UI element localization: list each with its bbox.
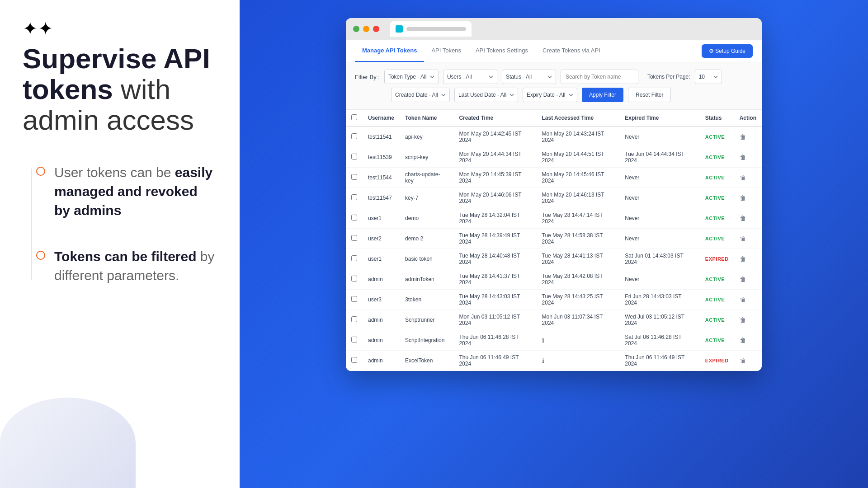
feature-text-1: User tokens can be easily managed and re… <box>54 163 217 220</box>
row-checkbox-8[interactable] <box>351 296 357 302</box>
row-token-name: ScriptIntegration <box>400 330 453 351</box>
users-filter[interactable]: Users - All <box>443 70 497 84</box>
row-action: 🗑 <box>734 168 762 188</box>
apply-filter-button[interactable]: Apply Filter <box>582 88 623 102</box>
row-status: ACTIVE <box>700 188 734 208</box>
row-checkbox-6[interactable] <box>351 255 357 261</box>
status-badge: ACTIVE <box>705 277 725 282</box>
row-checkbox-cell <box>346 310 363 330</box>
tab-api-tokens-settings[interactable]: API Tokens Settings <box>468 40 535 62</box>
token-type-filter[interactable]: Token Type - All <box>384 70 439 84</box>
row-checkbox-1[interactable] <box>351 154 357 160</box>
feature-item-2: Tokens can be filtered by different para… <box>36 247 217 285</box>
row-action: 🗑 <box>734 290 762 310</box>
row-last-accessed: Mon Jun 03 11:07:34 IST 2024 <box>537 310 620 330</box>
created-date-filter[interactable]: Created Date - All <box>391 88 450 102</box>
row-checkbox-9[interactable] <box>351 316 357 322</box>
table-row: user2 demo 2 Tue May 28 14:39:49 IST 202… <box>346 229 762 249</box>
row-last-accessed: Mon May 20 14:43:24 IST 2024 <box>537 127 620 147</box>
row-checkbox-11[interactable] <box>351 357 357 363</box>
delete-icon[interactable]: 🗑 <box>740 337 746 344</box>
row-checkbox-3[interactable] <box>351 194 357 200</box>
row-expired-time: Sat Jun 01 14:43:03 IST 2024 <box>619 249 700 269</box>
browser-dot-yellow <box>363 26 369 32</box>
delete-icon[interactable]: 🗑 <box>740 316 746 324</box>
tokens-per-page-label: Tokens Per Page: <box>647 74 690 80</box>
row-expired-time: Never <box>619 269 700 290</box>
row-action: 🗑 <box>734 147 762 168</box>
setup-guide-button[interactable]: ⚙ Setup Guide <box>702 44 753 58</box>
row-expired-time: Fri Jun 28 14:43:03 IST 2024 <box>619 290 700 310</box>
reset-filter-button[interactable]: Reset Filter <box>628 88 671 102</box>
delete-icon[interactable]: 🗑 <box>740 357 746 364</box>
delete-icon[interactable]: 🗑 <box>740 255 746 263</box>
row-checkbox-7[interactable] <box>351 276 357 282</box>
table-row: admin ExcelToken Thu Jun 06 11:46:49 IST… <box>346 351 762 371</box>
tab-api-tokens[interactable]: API Tokens <box>424 40 468 62</box>
row-checkbox-cell <box>346 249 363 269</box>
status-badge: ACTIVE <box>705 338 725 343</box>
expiry-date-filter[interactable]: Expiry Date - All <box>523 88 577 102</box>
row-checkbox-cell <box>346 269 363 290</box>
delete-icon[interactable]: 🗑 <box>740 154 746 161</box>
filter-row-1: Filter By : Token Type - All Users - All… <box>355 70 753 84</box>
table-row: admin Scriptrunner Mon Jun 03 11:05:12 I… <box>346 310 762 330</box>
table-header-row: Username Token Name Created Time Last Ac… <box>346 110 762 127</box>
row-created-time: Mon May 20 14:42:45 IST 2024 <box>453 127 536 147</box>
tab-create-tokens-via-api[interactable]: Create Tokens via API <box>535 40 608 62</box>
delete-icon[interactable]: 🗑 <box>740 235 746 242</box>
table-row: test11539 script-key Mon May 20 14:44:34… <box>346 147 762 168</box>
browser-bar <box>346 18 762 40</box>
header-username: Username <box>363 110 400 127</box>
status-filter[interactable]: Status - All <box>502 70 556 84</box>
main-panel: Manage API Tokens API Tokens API Tokens … <box>240 0 868 488</box>
row-username: user1 <box>363 249 400 269</box>
row-token-name: charts-update-key <box>400 168 453 188</box>
status-badge: ACTIVE <box>705 195 725 201</box>
tokens-per-page-select[interactable]: 10 <box>695 70 722 84</box>
last-used-date-filter[interactable]: Last Used Date - All <box>454 88 518 102</box>
info-icon: ℹ <box>542 357 544 364</box>
table-row: test11541 api-key Mon May 20 14:42:45 IS… <box>346 127 762 147</box>
delete-icon[interactable]: 🗑 <box>740 276 746 283</box>
header-expired-time: Expired Time <box>619 110 700 127</box>
row-status: ACTIVE <box>700 229 734 249</box>
row-status: ACTIVE <box>700 310 734 330</box>
delete-icon[interactable]: 🗑 <box>740 215 746 222</box>
row-checkbox-cell <box>346 188 363 208</box>
row-token-name: adminToken <box>400 269 453 290</box>
row-created-time: Mon May 20 14:46:06 IST 2024 <box>453 188 536 208</box>
row-last-accessed: Tue May 28 14:47:14 IST 2024 <box>537 208 620 229</box>
row-action: 🗑 <box>734 127 762 147</box>
row-username: test11541 <box>363 127 400 147</box>
row-checkbox-cell <box>346 229 363 249</box>
delete-icon[interactable]: 🗑 <box>740 133 746 141</box>
row-checkbox-4[interactable] <box>351 215 357 221</box>
delete-icon[interactable]: 🗑 <box>740 194 746 202</box>
row-created-time: Tue May 28 14:40:48 IST 2024 <box>453 249 536 269</box>
row-username: user2 <box>363 229 400 249</box>
filter-section: Filter By : Token Type - All Users - All… <box>346 62 762 110</box>
row-status: ACTIVE <box>700 208 734 229</box>
row-checkbox-2[interactable] <box>351 174 357 180</box>
row-status: ACTIVE <box>700 127 734 147</box>
browser-dot-red <box>373 26 379 32</box>
row-created-time: Mon May 20 14:45:39 IST 2024 <box>453 168 536 188</box>
row-checkbox-cell <box>346 290 363 310</box>
delete-icon[interactable]: 🗑 <box>740 296 746 303</box>
row-created-time: Tue May 28 14:43:03 IST 2024 <box>453 290 536 310</box>
row-checkbox-10[interactable] <box>351 337 357 343</box>
delete-icon[interactable]: 🗑 <box>740 174 746 181</box>
search-token-input[interactable] <box>561 70 638 84</box>
row-created-time: Mon Jun 03 11:05:12 IST 2024 <box>453 310 536 330</box>
row-expired-time: Never <box>619 168 700 188</box>
tab-manage-api-tokens[interactable]: Manage API Tokens <box>355 40 424 62</box>
row-token-name: key-7 <box>400 188 453 208</box>
browser-window: Manage API Tokens API Tokens API Tokens … <box>346 18 762 371</box>
row-checkbox-cell <box>346 351 363 371</box>
row-checkbox-0[interactable] <box>351 133 357 139</box>
row-created-time: Tue May 28 14:39:49 IST 2024 <box>453 229 536 249</box>
row-checkbox-5[interactable] <box>351 235 357 241</box>
select-all-checkbox[interactable] <box>351 114 357 120</box>
row-checkbox-cell <box>346 127 363 147</box>
